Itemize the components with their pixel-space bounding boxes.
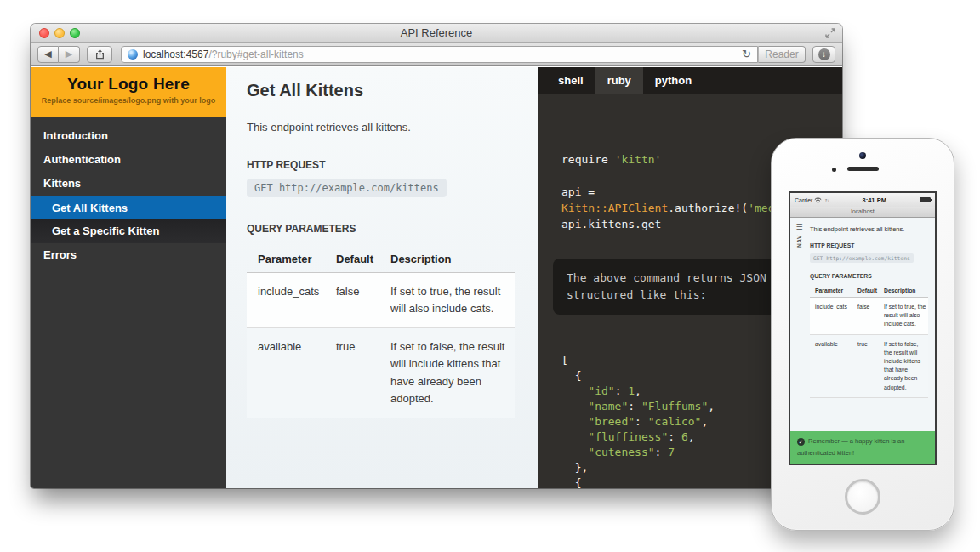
phone-nav-label: NAV: [796, 232, 802, 250]
battery-icon: [920, 197, 931, 202]
cell-default: true: [325, 328, 379, 418]
phone-page: ☰ NAV This endpoint retrieves all kitten…: [790, 219, 935, 431]
tab-python[interactable]: python: [643, 67, 704, 94]
sidebar-item-kittens[interactable]: Kittens: [31, 172, 226, 196]
phone-http-request-code: GET http://example.com/kittens: [810, 253, 914, 263]
table-row: include_cats false If set to true, the r…: [247, 273, 515, 328]
carrier-label: Carrier: [795, 197, 812, 203]
cell-description: If set to false, the result will include…: [379, 328, 515, 418]
phone-doc-content: This endpoint retrieves all kittens. HTT…: [808, 219, 935, 431]
reload-icon[interactable]: ↻: [742, 48, 751, 60]
phone-table-row: available true If set to false, the resu…: [810, 334, 928, 397]
toc-nav: Introduction Authentication Kittens Get …: [31, 124, 226, 267]
endpoint-description: This endpoint retrieves all kittens.: [247, 121, 516, 134]
minimize-window-button[interactable]: [54, 28, 65, 38]
download-icon: ↓: [818, 48, 830, 60]
page-title: Get All Kittens: [247, 81, 516, 100]
phone-address-bar[interactable]: localhost: [790, 207, 935, 218]
phone-table-row: include_cats false If set to true, the r…: [810, 298, 928, 335]
downloads-button[interactable]: ↓: [812, 46, 835, 63]
logo-subtitle: Replace source/images/logo.png with your…: [31, 96, 226, 105]
cell-default: false: [325, 273, 379, 328]
browser-window: API Reference ◀ ▶ localhost:4567/?ruby#g…: [31, 24, 842, 488]
tab-shell[interactable]: shell: [546, 67, 595, 94]
table-header-description: Description: [379, 246, 515, 273]
zoom-window-button[interactable]: [70, 28, 80, 38]
url-path: /?ruby#get-all-kittens: [208, 48, 303, 60]
sidebar-item-authentication[interactable]: Authentication: [31, 148, 226, 172]
url-host: localhost:4567: [143, 48, 208, 60]
reader-button[interactable]: Reader: [758, 46, 806, 63]
phone-endpoint-description: This endpoint retrieves all kittens.: [810, 225, 928, 233]
phone-nav-toggle[interactable]: ☰ NAV: [790, 219, 808, 431]
table-row: available true If set to false, the resu…: [247, 328, 515, 418]
phone-query-parameters-table: Parameter Default Description include_ca…: [810, 284, 928, 398]
front-camera-icon: [859, 152, 866, 159]
phone-clock: 3:41 PM: [829, 196, 920, 204]
phone-cell: If set to false, the result will include…: [879, 334, 928, 397]
sidebar-item-introduction[interactable]: Introduction: [31, 124, 226, 148]
phone-table-header: Parameter: [810, 284, 852, 298]
query-parameters-heading: QUERY PARAMETERS: [247, 223, 516, 235]
sidebar: Your Logo Here Replace source/images/log…: [31, 67, 226, 488]
language-tabs: shell ruby python: [538, 67, 842, 94]
share-button[interactable]: [87, 46, 112, 63]
back-button[interactable]: ◀: [37, 46, 59, 63]
table-header-default: Default: [325, 246, 379, 273]
phone-http-request-heading: HTTP REQUEST: [810, 242, 928, 248]
home-button[interactable]: [845, 479, 880, 515]
iphone-mockup: Carrier ↻ 3:41 PM localhost ☰ NAV This e…: [771, 138, 954, 531]
wifi-icon: [814, 197, 822, 203]
success-banner-text: Remember — a happy kitten is an authenti…: [797, 437, 904, 457]
phone-cell: false: [852, 298, 879, 335]
page-content: Your Logo Here Replace source/images/log…: [31, 67, 842, 488]
http-request-heading: HTTP REQUEST: [247, 159, 516, 171]
window-title: API Reference: [31, 24, 842, 42]
earpiece-speaker: [847, 167, 879, 171]
json-response-sample: [ { "id": 1, "name": "Fluffums", "breed"…: [561, 353, 715, 488]
http-request-code: GET http://example.com/kittens: [247, 179, 447, 197]
sidebar-item-get-a-specific-kitten[interactable]: Get a Specific Kitten: [31, 219, 226, 243]
phone-status-bar: Carrier ↻ 3:41 PM: [790, 193, 935, 207]
cell-description: If set to true, the result will also inc…: [379, 273, 515, 328]
site-favicon-globe-icon: [128, 49, 138, 60]
phone-cell: include_cats: [810, 298, 852, 335]
titlebar: API Reference: [31, 24, 842, 43]
phone-cell: true: [852, 334, 879, 397]
query-parameters-table: Parameter Default Description include_ca…: [247, 246, 515, 418]
browser-toolbar: ◀ ▶ localhost:4567/?ruby#get-all-kittens…: [31, 43, 842, 66]
phone-table-header: Description: [879, 284, 928, 298]
desktop: API Reference ◀ ▶ localhost:4567/?ruby#g…: [0, 0, 980, 552]
phone-table-header: Default: [852, 284, 879, 298]
success-banner: ✓Remember — a happy kitten is an authent…: [790, 431, 935, 464]
sidebar-item-get-all-kittens[interactable]: Get All Kittens: [31, 196, 226, 219]
hamburger-icon: ☰: [790, 224, 808, 231]
sensor-dot-icon: [832, 168, 836, 172]
doc-content: Get All Kittens This endpoint retrieves …: [226, 67, 538, 488]
phone-query-parameters-heading: QUERY PARAMETERS: [810, 273, 928, 279]
table-header-parameter: Parameter: [247, 246, 325, 273]
fullscreen-icon[interactable]: [824, 27, 836, 39]
logo-placeholder: Your Logo Here Replace source/images/log…: [31, 67, 226, 117]
cell-parameter: include_cats: [247, 273, 325, 328]
tab-ruby[interactable]: ruby: [595, 67, 643, 94]
sidebar-item-errors[interactable]: Errors: [31, 243, 226, 267]
phone-cell: If set to true, the result will also inc…: [879, 298, 928, 335]
check-icon: ✓: [797, 438, 805, 446]
logo-title: Your Logo Here: [31, 75, 226, 94]
address-bar[interactable]: localhost:4567/?ruby#get-all-kittens ↻: [121, 46, 758, 63]
forward-button[interactable]: ▶: [59, 46, 80, 63]
phone-cell: available: [810, 334, 852, 397]
share-icon: [94, 48, 105, 60]
cell-parameter: available: [247, 328, 325, 418]
phone-screen: Carrier ↻ 3:41 PM localhost ☰ NAV This e…: [789, 191, 937, 465]
close-window-button[interactable]: [39, 28, 49, 38]
